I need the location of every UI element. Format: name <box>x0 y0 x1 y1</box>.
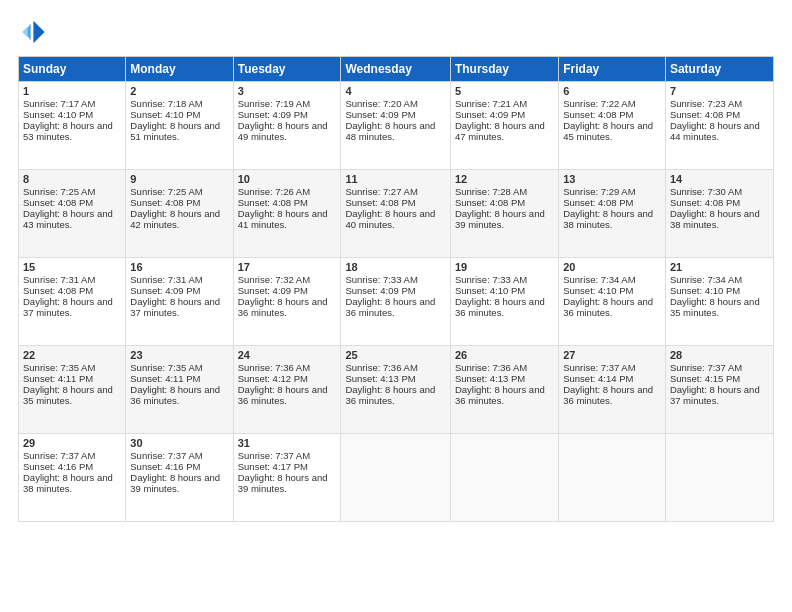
daylight-label: Daylight: 8 hours and 36 minutes. <box>345 296 435 318</box>
sunset-label: Sunset: 4:08 PM <box>345 197 415 208</box>
sunset-label: Sunset: 4:10 PM <box>563 285 633 296</box>
calendar-cell: 23Sunrise: 7:35 AMSunset: 4:11 PMDayligh… <box>126 346 233 434</box>
day-number: 11 <box>345 173 445 185</box>
daylight-label: Daylight: 8 hours and 38 minutes. <box>23 472 113 494</box>
day-number: 10 <box>238 173 337 185</box>
sunset-label: Sunset: 4:10 PM <box>455 285 525 296</box>
calendar-cell: 25Sunrise: 7:36 AMSunset: 4:13 PMDayligh… <box>341 346 450 434</box>
daylight-label: Daylight: 8 hours and 39 minutes. <box>238 472 328 494</box>
day-number: 14 <box>670 173 769 185</box>
sunset-label: Sunset: 4:08 PM <box>130 197 200 208</box>
daylight-label: Daylight: 8 hours and 39 minutes. <box>455 208 545 230</box>
calendar-cell: 30Sunrise: 7:37 AMSunset: 4:16 PMDayligh… <box>126 434 233 522</box>
day-number: 23 <box>130 349 228 361</box>
calendar-table: SundayMondayTuesdayWednesdayThursdayFrid… <box>18 56 774 522</box>
calendar-week-3: 15Sunrise: 7:31 AMSunset: 4:08 PMDayligh… <box>19 258 774 346</box>
day-number: 12 <box>455 173 554 185</box>
calendar-cell: 12Sunrise: 7:28 AMSunset: 4:08 PMDayligh… <box>450 170 558 258</box>
daylight-label: Daylight: 8 hours and 36 minutes. <box>130 384 220 406</box>
day-number: 4 <box>345 85 445 97</box>
sunset-label: Sunset: 4:14 PM <box>563 373 633 384</box>
calendar-header-monday: Monday <box>126 57 233 82</box>
calendar-cell: 4Sunrise: 7:20 AMSunset: 4:09 PMDaylight… <box>341 82 450 170</box>
sunset-label: Sunset: 4:10 PM <box>23 109 93 120</box>
daylight-label: Daylight: 8 hours and 36 minutes. <box>455 384 545 406</box>
calendar-header-tuesday: Tuesday <box>233 57 341 82</box>
daylight-label: Daylight: 8 hours and 36 minutes. <box>455 296 545 318</box>
day-number: 27 <box>563 349 661 361</box>
sunset-label: Sunset: 4:16 PM <box>23 461 93 472</box>
daylight-label: Daylight: 8 hours and 36 minutes. <box>238 296 328 318</box>
sunrise-label: Sunrise: 7:19 AM <box>238 98 310 109</box>
day-number: 21 <box>670 261 769 273</box>
logo-icon <box>18 18 46 46</box>
sunrise-label: Sunrise: 7:25 AM <box>130 186 202 197</box>
daylight-label: Daylight: 8 hours and 36 minutes. <box>345 384 435 406</box>
sunrise-label: Sunrise: 7:17 AM <box>23 98 95 109</box>
day-number: 9 <box>130 173 228 185</box>
sunset-label: Sunset: 4:09 PM <box>238 109 308 120</box>
sunset-label: Sunset: 4:08 PM <box>563 109 633 120</box>
daylight-label: Daylight: 8 hours and 40 minutes. <box>345 208 435 230</box>
calendar-week-2: 8Sunrise: 7:25 AMSunset: 4:08 PMDaylight… <box>19 170 774 258</box>
sunset-label: Sunset: 4:17 PM <box>238 461 308 472</box>
calendar-cell: 26Sunrise: 7:36 AMSunset: 4:13 PMDayligh… <box>450 346 558 434</box>
day-number: 2 <box>130 85 228 97</box>
sunrise-label: Sunrise: 7:20 AM <box>345 98 417 109</box>
calendar-week-4: 22Sunrise: 7:35 AMSunset: 4:11 PMDayligh… <box>19 346 774 434</box>
calendar-cell: 14Sunrise: 7:30 AMSunset: 4:08 PMDayligh… <box>665 170 773 258</box>
sunset-label: Sunset: 4:08 PM <box>670 197 740 208</box>
calendar-cell: 8Sunrise: 7:25 AMSunset: 4:08 PMDaylight… <box>19 170 126 258</box>
sunrise-label: Sunrise: 7:36 AM <box>455 362 527 373</box>
calendar-cell: 28Sunrise: 7:37 AMSunset: 4:15 PMDayligh… <box>665 346 773 434</box>
day-number: 22 <box>23 349 121 361</box>
calendar-cell: 1Sunrise: 7:17 AMSunset: 4:10 PMDaylight… <box>19 82 126 170</box>
day-number: 7 <box>670 85 769 97</box>
calendar-header-friday: Friday <box>559 57 666 82</box>
calendar-cell <box>665 434 773 522</box>
daylight-label: Daylight: 8 hours and 45 minutes. <box>563 120 653 142</box>
calendar-cell: 16Sunrise: 7:31 AMSunset: 4:09 PMDayligh… <box>126 258 233 346</box>
calendar-cell: 18Sunrise: 7:33 AMSunset: 4:09 PMDayligh… <box>341 258 450 346</box>
sunrise-label: Sunrise: 7:27 AM <box>345 186 417 197</box>
sunset-label: Sunset: 4:11 PM <box>130 373 200 384</box>
sunset-label: Sunset: 4:13 PM <box>455 373 525 384</box>
daylight-label: Daylight: 8 hours and 37 minutes. <box>23 296 113 318</box>
sunrise-label: Sunrise: 7:35 AM <box>23 362 95 373</box>
daylight-label: Daylight: 8 hours and 35 minutes. <box>670 296 760 318</box>
day-number: 16 <box>130 261 228 273</box>
calendar-cell: 24Sunrise: 7:36 AMSunset: 4:12 PMDayligh… <box>233 346 341 434</box>
day-number: 18 <box>345 261 445 273</box>
daylight-label: Daylight: 8 hours and 35 minutes. <box>23 384 113 406</box>
day-number: 20 <box>563 261 661 273</box>
calendar-cell: 10Sunrise: 7:26 AMSunset: 4:08 PMDayligh… <box>233 170 341 258</box>
calendar-header-thursday: Thursday <box>450 57 558 82</box>
day-number: 1 <box>23 85 121 97</box>
calendar-cell <box>450 434 558 522</box>
daylight-label: Daylight: 8 hours and 43 minutes. <box>23 208 113 230</box>
sunset-label: Sunset: 4:08 PM <box>238 197 308 208</box>
daylight-label: Daylight: 8 hours and 53 minutes. <box>23 120 113 142</box>
calendar-cell: 11Sunrise: 7:27 AMSunset: 4:08 PMDayligh… <box>341 170 450 258</box>
calendar-cell: 13Sunrise: 7:29 AMSunset: 4:08 PMDayligh… <box>559 170 666 258</box>
day-number: 25 <box>345 349 445 361</box>
calendar-cell: 6Sunrise: 7:22 AMSunset: 4:08 PMDaylight… <box>559 82 666 170</box>
sunrise-label: Sunrise: 7:36 AM <box>345 362 417 373</box>
calendar-cell: 3Sunrise: 7:19 AMSunset: 4:09 PMDaylight… <box>233 82 341 170</box>
sunset-label: Sunset: 4:09 PM <box>455 109 525 120</box>
calendar-cell <box>559 434 666 522</box>
daylight-label: Daylight: 8 hours and 41 minutes. <box>238 208 328 230</box>
calendar-cell: 2Sunrise: 7:18 AMSunset: 4:10 PMDaylight… <box>126 82 233 170</box>
sunrise-label: Sunrise: 7:29 AM <box>563 186 635 197</box>
calendar-cell: 5Sunrise: 7:21 AMSunset: 4:09 PMDaylight… <box>450 82 558 170</box>
daylight-label: Daylight: 8 hours and 49 minutes. <box>238 120 328 142</box>
calendar-header-sunday: Sunday <box>19 57 126 82</box>
sunrise-label: Sunrise: 7:25 AM <box>23 186 95 197</box>
daylight-label: Daylight: 8 hours and 38 minutes. <box>563 208 653 230</box>
sunrise-label: Sunrise: 7:37 AM <box>670 362 742 373</box>
daylight-label: Daylight: 8 hours and 44 minutes. <box>670 120 760 142</box>
day-number: 3 <box>238 85 337 97</box>
calendar-cell: 31Sunrise: 7:37 AMSunset: 4:17 PMDayligh… <box>233 434 341 522</box>
day-number: 15 <box>23 261 121 273</box>
day-number: 8 <box>23 173 121 185</box>
